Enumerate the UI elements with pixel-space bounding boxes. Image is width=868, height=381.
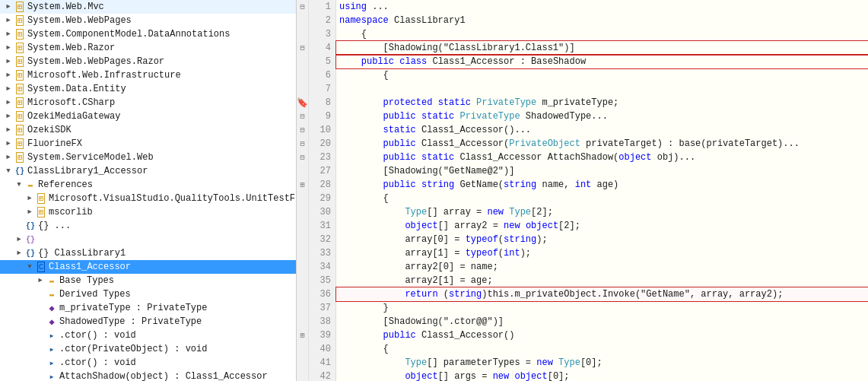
code-line: } (336, 301, 868, 315)
code-line: public Class1_Accessor() (336, 329, 868, 342)
code-line: { (336, 68, 868, 82)
expand-icon[interactable]: ► (3, 138, 14, 150)
gutter-cell (297, 246, 308, 260)
tree-item-label: ClassLibrary1_Accessor (27, 166, 148, 176)
gutter-cell (297, 356, 308, 370)
expand-icon[interactable]: ► (24, 206, 35, 218)
gutter-cell (297, 164, 308, 178)
solution-explorer[interactable]: ►⊞System.Web.Mvc►⊞System.Web.WebPages►⊞S… (0, 0, 297, 381)
code-line: using ... (336, 0, 868, 14)
code-line: array2[1] = age; (336, 274, 868, 287)
code-line (336, 82, 868, 96)
tree-item-basetypes[interactable]: ►▬Base Types (0, 274, 296, 287)
ref-icon: ⊞ (14, 14, 26, 27)
ref-icon: ⊞ (14, 138, 26, 150)
tree-item-vsquality[interactable]: ►⊞Microsoft.VisualStudio.QualityTools.Un… (0, 192, 296, 205)
tree-item-ns2[interactable]: ►{}{} ClassLibrary1 (0, 246, 296, 260)
tree-item-svcweb[interactable]: ►⊞System.ServiceModel.Web (0, 151, 296, 164)
expand-icon[interactable]: ► (3, 1, 14, 13)
expand-icon[interactable]: ► (35, 275, 46, 287)
gutter-cell (297, 82, 308, 96)
expand-icon[interactable]: ► (3, 97, 14, 109)
tree-item-ns1[interactable]: {}{} ... (0, 219, 296, 233)
tree-item-razor[interactable]: ►⊞System.Web.Razor (0, 41, 296, 55)
line-number: 38 (313, 315, 331, 329)
line-number: 34 (313, 260, 331, 274)
code-line: Type[] array = new Type[2]; (336, 205, 868, 219)
tree-item-ctor2[interactable]: ▸.ctor(PrivateObject) : void (0, 342, 296, 356)
class-icon: C (35, 261, 47, 273)
tree-item-shadowedtype[interactable]: ◆ShadowedType : PrivateType (0, 315, 296, 329)
tree-item-label: References (38, 179, 93, 190)
gutter-cell (297, 27, 308, 41)
tree-item-mvc[interactable]: ►⊞System.Web.Mvc (0, 0, 296, 14)
expand-icon[interactable]: ► (3, 151, 14, 164)
gutter-cell (297, 342, 308, 356)
tree-item-ctor1[interactable]: ▸.ctor() : void (0, 329, 296, 342)
folder-icon: ▬ (46, 275, 58, 287)
ref-icon: ⊞ (14, 97, 26, 109)
tree-item-ozeki[interactable]: ►⊞OzekiMediaGateway (0, 110, 296, 123)
line-number: 8 (313, 96, 331, 110)
ref-icon: ⊞ (14, 83, 26, 95)
tree-item-derivedtypes[interactable]: ▬Derived Types (0, 287, 296, 301)
tree-item-webinfra[interactable]: ►⊞Microsoft.Web.Infrastructure (0, 68, 296, 82)
tree-item-webpages[interactable]: ►⊞System.Web.WebPages (0, 14, 296, 27)
ref-icon: ⊞ (35, 206, 47, 218)
line-number: 3 (313, 27, 331, 41)
expand-icon[interactable]: ► (3, 110, 14, 122)
expand-icon[interactable]: ► (3, 28, 14, 40)
method-icon: ▸ (46, 370, 58, 381)
tree-item-label: System.Web.WebPages (27, 15, 132, 26)
expand-icon[interactable]: ▼ (24, 261, 35, 273)
line-numbers: 1234567891020232728293031323334353637383… (309, 0, 336, 381)
expand-icon[interactable]: ► (3, 83, 14, 95)
code-line: public Class1_Accessor(PrivateObject pri… (336, 137, 868, 151)
tree-item-fluorine[interactable]: ►⊞FluorineFX (0, 137, 296, 151)
expand-icon[interactable]: ► (3, 42, 14, 54)
expand-icon[interactable]: ► (14, 247, 24, 259)
tree-item-module[interactable]: ►{} (0, 233, 296, 246)
tree-item-label: FluorineFX (27, 138, 82, 149)
gutter-cell (297, 14, 308, 27)
expand-icon[interactable]: ► (3, 69, 14, 81)
tree-item-class1acc[interactable]: ▼CClass1_Accessor (0, 260, 296, 274)
tree-item-dataann[interactable]: ►⊞System.ComponentModel.DataAnnotations (0, 27, 296, 41)
code-editor[interactable]: ⊟⊟🔖⊟⊟⊟⊟⊞⊞ 123456789102023272829303132333… (297, 0, 868, 381)
line-number: 40 (313, 342, 331, 356)
tree-item-label: OzekiMediaGateway (27, 111, 120, 122)
tree-item-mprivatetype[interactable]: ◆m_privateType : PrivateType (0, 301, 296, 315)
expand-icon[interactable]: ► (24, 192, 35, 205)
code-line: namespace ClassLibrary1 (336, 14, 868, 27)
tree-item-webpagesrazor[interactable]: ►⊞System.Web.WebPages.Razor (0, 55, 296, 68)
expand-icon[interactable]: ▼ (14, 179, 24, 191)
gutter-cell (297, 205, 308, 219)
line-number: 9 (313, 110, 331, 123)
line-number: 37 (313, 301, 331, 315)
tree-item-ozekisdk[interactable]: ►⊞OzekiSDK (0, 123, 296, 137)
tree-item-classlib[interactable]: ▼{}ClassLibrary1_Accessor (0, 164, 296, 178)
ref-icon: ⊞ (14, 124, 26, 136)
tree-item-label: ShadowedType : PrivateType (59, 316, 202, 327)
method-icon: ▸ (46, 329, 58, 341)
gutter-cell (297, 370, 308, 381)
gutter-cell: ⊟ (297, 41, 308, 55)
expand-icon[interactable]: ► (3, 14, 14, 27)
tree-item-label: System.Web.Mvc (27, 2, 104, 12)
expand-icon[interactable]: ► (3, 56, 14, 68)
code-line: object[] args = new object[0]; (336, 370, 868, 381)
tree-item-csharp[interactable]: ►⊞Microsoft.CSharp (0, 96, 296, 110)
tree-item-references[interactable]: ▼▬References (0, 178, 296, 192)
expand-icon[interactable]: ► (3, 124, 14, 136)
ref-icon: ⊞ (14, 151, 26, 164)
tree-item-entity[interactable]: ►⊞System.Data.Entity (0, 82, 296, 96)
expand-icon[interactable]: ▼ (3, 165, 14, 177)
gutter-cell: ⊟ (297, 137, 308, 151)
tree-item-ctor3[interactable]: ▸.ctor() : void (0, 356, 296, 370)
line-number: 6 (313, 68, 331, 82)
expand-icon[interactable]: ► (14, 233, 24, 246)
line-number: 31 (313, 219, 331, 233)
tree-item-mscorlib[interactable]: ►⊞mscorlib (0, 205, 296, 219)
line-number: 5 (313, 55, 331, 68)
tree-item-attachshadow[interactable]: ▸AttachShadow(object) : Class1_Accessor (0, 370, 296, 381)
